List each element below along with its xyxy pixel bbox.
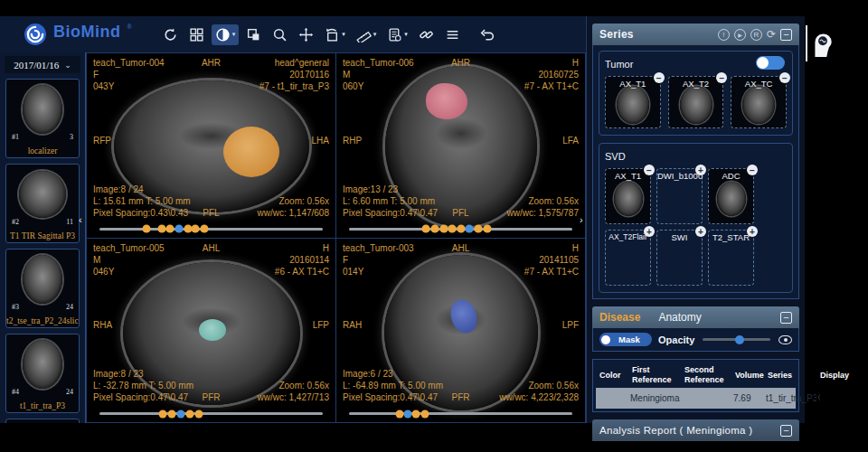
current-slice-dot[interactable] <box>466 225 474 233</box>
keyframe-dot[interactable] <box>475 225 483 233</box>
series-panel-title: Series <box>599 28 634 41</box>
add-series-icon[interactable]: + <box>644 226 655 237</box>
refresh-button[interactable] <box>159 24 182 45</box>
rotate-caret[interactable]: ▾ <box>342 31 345 38</box>
keyframe-dot[interactable] <box>201 225 209 233</box>
measure-button[interactable]: ▾ <box>353 24 381 45</box>
slice-scrollbar[interactable] <box>99 228 323 231</box>
collapse-sidebar-handle[interactable]: ‹ <box>79 214 82 225</box>
refresh-icon[interactable]: ⟳ <box>767 29 776 40</box>
keyframe-dot[interactable] <box>142 225 150 233</box>
series-item-dwi-b1000[interactable]: DWI_b1000 + <box>656 168 703 224</box>
visibility-eye-icon[interactable] <box>778 335 792 344</box>
series-thumbnail-t2-tse-tra[interactable]: #3 24 t2_tse_tra_P2_24slice <box>5 249 80 328</box>
series-item-swi[interactable]: SWI + <box>656 230 703 286</box>
keyframe-dot[interactable] <box>422 225 430 233</box>
collapse-series-icon[interactable]: − <box>780 29 792 41</box>
remove-series-icon[interactable]: − <box>644 165 655 175</box>
keyframe-dot[interactable] <box>431 225 439 233</box>
window-level-caret[interactable]: ▾ <box>232 31 236 38</box>
tumor-series-row: AX_T1 − AX_T2 − AX_TC − <box>605 76 787 128</box>
opacity-label: Opacity <box>658 334 694 345</box>
slice-scrollbar[interactable] <box>99 412 323 415</box>
series-thumbnail-localizer[interactable]: #1 3 localizer <box>5 79 80 158</box>
collapse-panel-handle[interactable]: › <box>580 214 583 225</box>
annotation-button[interactable]: ▾ <box>383 24 411 45</box>
table-row-meningioma[interactable]: Meningioma 7.69 t1_tir_tra_P3 <box>596 388 796 409</box>
series-thumbnail-t1-tir-tra[interactable]: #4 24 t1_tir_tra_P3 <box>5 334 80 413</box>
invert-button[interactable] <box>242 24 265 45</box>
series-item-ax-tc[interactable]: AX_TC − <box>731 76 787 128</box>
invert-icon <box>246 27 261 42</box>
add-series-icon[interactable]: + <box>747 226 758 237</box>
slice-scrollbar[interactable] <box>349 228 572 231</box>
remove-series-icon[interactable]: − <box>716 72 727 83</box>
keyframe-dot[interactable] <box>168 410 176 418</box>
zoom-info: Zoom: 0.56xww/wc: 1,575/787 <box>507 195 580 219</box>
collapse-disease-icon[interactable]: − <box>780 312 792 324</box>
keyframe-dot[interactable] <box>186 410 194 418</box>
keyframe-dot[interactable] <box>159 410 167 418</box>
keyframe-dot[interactable] <box>439 225 448 233</box>
keyframe-dot[interactable] <box>158 225 166 233</box>
keyframe-dot[interactable] <box>420 410 429 418</box>
reset-circle-icon[interactable]: R <box>750 29 762 41</box>
pan-button[interactable] <box>295 24 317 45</box>
menu-button[interactable] <box>441 24 464 45</box>
annotation-icon <box>387 27 402 42</box>
series-item-adc[interactable]: ADC − <box>708 168 754 224</box>
window-level-button[interactable]: ▾ <box>212 24 240 45</box>
keyframe-dot[interactable] <box>194 410 203 418</box>
undo-button[interactable] <box>476 24 499 45</box>
viewport-4[interactable]: teach_Tumor-003F014Y AHL H20141105#7 - A… <box>336 239 585 423</box>
keyframe-dot[interactable] <box>184 225 192 233</box>
series-thumbnail-t1-tir-sagittal[interactable]: #2 11 T1 TIR Sagittal P3 <box>5 164 80 243</box>
current-slice-dot[interactable] <box>177 410 185 418</box>
current-slice-dot[interactable] <box>175 225 183 233</box>
tumor-toggle[interactable] <box>756 56 785 70</box>
link-button[interactable] <box>415 24 438 45</box>
tab-anatomy[interactable]: Anatomy <box>658 311 701 324</box>
study-date-selector[interactable]: 2017/01/16 ⌄ <box>5 56 80 73</box>
orientation-right: LHA <box>312 135 329 146</box>
series-item-svd-ax-t1[interactable]: AX_T1 − <box>605 168 651 224</box>
keyframe-dot[interactable] <box>165 225 174 233</box>
viewport-3[interactable]: teach_Tumor-005M046Y AHL H20160114#6 - A… <box>87 239 335 423</box>
collapse-report-icon[interactable]: − <box>780 425 792 437</box>
tab-disease[interactable]: Disease <box>599 311 640 324</box>
add-series-icon[interactable]: + <box>695 165 706 175</box>
rotate-button[interactable]: ▾ <box>321 24 349 45</box>
keyframe-dot[interactable] <box>457 225 465 233</box>
series-item-ax-t2[interactable]: AX_T2 − <box>668 76 724 128</box>
series-item-ax-t2flair[interactable]: AX_T2Flair + <box>605 230 651 286</box>
series-item-ax-t1[interactable]: AX_T1 − <box>605 76 661 128</box>
series-panel-actions: ! ▶ R ⟳ − <box>718 29 792 41</box>
layout-grid-button[interactable] <box>185 24 208 45</box>
opacity-slider-knob[interactable] <box>735 335 744 344</box>
keyframe-dot[interactable] <box>484 225 492 233</box>
keyframe-dot[interactable] <box>192 225 200 233</box>
analysis-report-header[interactable]: Analysis Report ( Meningioma ) − <box>592 419 799 441</box>
viewport-2[interactable]: teach_Tumor-006M060Y AHR H20160725#7 - A… <box>336 53 585 238</box>
keyframe-dot[interactable] <box>412 410 420 418</box>
remove-series-icon[interactable]: − <box>747 165 758 175</box>
play-circle-icon[interactable]: ▶ <box>734 29 746 41</box>
assistant-button[interactable] <box>811 31 835 61</box>
viewport-1[interactable]: teach_Tumor-004F043Y AHR head^general201… <box>87 53 335 238</box>
row-visibility-eye-icon[interactable] <box>818 393 820 401</box>
series-item-t2-star[interactable]: T2_STAR + <box>708 230 754 286</box>
remove-series-icon[interactable]: − <box>779 72 790 83</box>
alert-circle-icon[interactable]: ! <box>718 29 730 41</box>
remove-series-icon[interactable]: − <box>654 72 665 83</box>
mask-toggle[interactable]: Mask <box>599 333 652 346</box>
measure-caret[interactable]: ▾ <box>373 31 377 38</box>
series-thumbnail-partial[interactable] <box>5 419 80 423</box>
opacity-slider[interactable] <box>703 338 770 341</box>
keyframe-dot[interactable] <box>395 410 403 418</box>
current-slice-dot[interactable] <box>404 410 412 418</box>
zoom-button[interactable] <box>269 24 291 45</box>
add-series-icon[interactable]: + <box>695 226 706 237</box>
keyframe-dot[interactable] <box>448 225 456 233</box>
annotation-caret[interactable]: ▾ <box>404 31 408 38</box>
slice-scrollbar[interactable] <box>349 412 572 415</box>
